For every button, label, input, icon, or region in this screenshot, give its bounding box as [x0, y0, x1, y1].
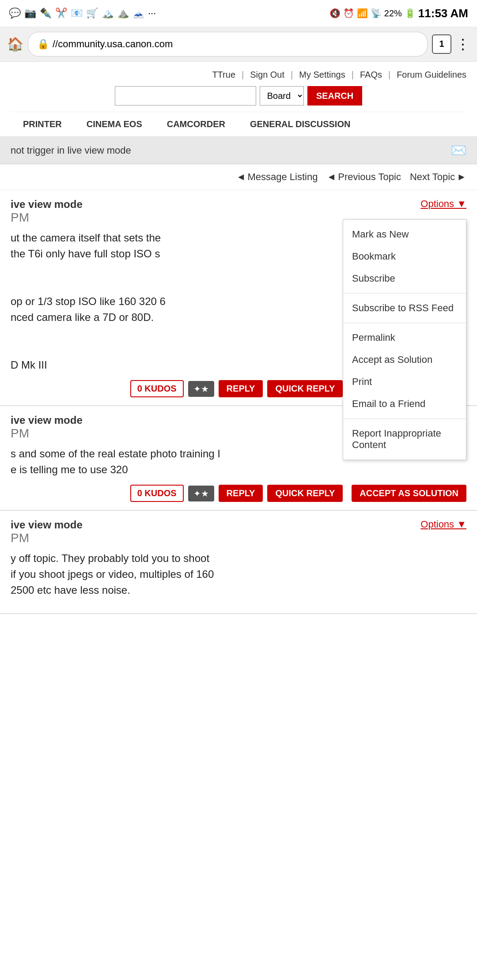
dropdown-section-2: Subscribe to RSS Feed [343, 294, 466, 323]
topic-nav: ◄ Message Listing ◄ Previous Topic Next … [0, 164, 477, 190]
my-settings-link[interactable]: My Settings [299, 70, 345, 80]
notification-bar: not trigger in live view mode ✉️ [0, 137, 477, 164]
post-3-time: PM [11, 531, 83, 545]
instagram-icon: 📷 [24, 8, 36, 19]
cat-nav-cinema-eos[interactable]: CINEMA EOS [74, 112, 155, 136]
post-2-footer: 0 KUDOS ✦★ REPLY QUICK REPLY ACCEPT AS S… [11, 485, 466, 502]
post-3: ive view mode PM Options ▼ y off topic. … [0, 511, 477, 614]
post-1: ive view mode PM Options ▼ Mark as New B… [0, 190, 477, 406]
home-button[interactable]: 🏠 [7, 36, 23, 52]
inv-icon: 📧 [71, 8, 83, 19]
faqs-link[interactable]: FAQs [360, 70, 382, 80]
notification-text: not trigger in live view mode [11, 145, 131, 156]
wifi-icon: 📶 [357, 8, 368, 19]
lock-icon: 🔒 [37, 38, 49, 50]
status-right: 🔇 ⏰ 📶 📡 22% 🔋 11:53 AM [329, 7, 468, 20]
ttrue-link[interactable]: TTrue [212, 70, 235, 80]
status-time: 11:53 AM [418, 7, 468, 20]
dropdown-section-3: Permalink Accept as Solution Print Email… [343, 323, 466, 419]
pen-icon: ✒️ [40, 8, 52, 19]
post-1-header: ive view mode PM Options ▼ Mark as New B… [11, 198, 466, 225]
bookmark-item[interactable]: Bookmark [343, 245, 466, 268]
email-to-friend-item[interactable]: Email to a Friend [343, 393, 466, 415]
battery-level: 22% [384, 8, 402, 19]
signout-link[interactable]: Sign Out [250, 70, 284, 80]
post-2-time: PM [11, 426, 83, 441]
browser-bar: 🏠 🔒 //community.usa.canon.com 1 ⋮ [0, 26, 477, 62]
subscribe-item[interactable]: Subscribe [343, 268, 466, 290]
post-2-accept-solution-button[interactable]: ACCEPT AS SOLUTION [352, 485, 466, 502]
post-2-quick-reply-button[interactable]: QUICK REPLY [267, 485, 343, 502]
top-nav: TTrue | Sign Out | My Settings | FAQs | … [11, 70, 466, 80]
status-bar: 💬 📷 ✒️ ✂️ 📧 🛒 🏔️ ⛰️ 🗻 ··· 🔇 ⏰ 📶 📡 22% 🔋 … [0, 0, 477, 26]
dropdown-section-1: Mark as New Bookmark Subscribe [343, 220, 466, 294]
search-scope-select[interactable]: Board [260, 86, 304, 106]
url-bar[interactable]: 🔒 //community.usa.canon.com [28, 32, 428, 57]
signal-bars: 📡 [371, 8, 382, 19]
cat-nav-printer[interactable]: PRINTER [11, 112, 74, 136]
cut-icon: ✂️ [55, 8, 67, 19]
post-1-kudo-button[interactable]: ✦★ [188, 381, 214, 397]
browser-menu-button[interactable]: ⋮ [456, 36, 470, 53]
post-1-kudos: 0 KUDOS [130, 380, 184, 397]
options-dropdown-menu: Mark as New Bookmark Subscribe Subscribe… [343, 219, 466, 460]
search-row: Board SEARCH [11, 86, 466, 106]
mark-as-new-item[interactable]: Mark as New [343, 223, 466, 245]
message-icon: 💬 [9, 8, 21, 19]
post-2-kudo-button[interactable]: ✦★ [188, 486, 214, 501]
post-3-header: ive view mode PM Options ▼ [11, 519, 466, 545]
post-3-options-button[interactable]: Options ▼ [420, 519, 466, 530]
search-input[interactable] [115, 86, 256, 106]
post-1-title: ive view mode [11, 198, 83, 211]
battery-icon: 🔋 [405, 8, 416, 19]
dropdown-section-4: Report Inappropriate Content [343, 419, 466, 460]
amazon-icon: 🛒 [86, 8, 98, 19]
post-3-title: ive view mode [11, 519, 83, 531]
cat-nav-camcorder[interactable]: CAMCORDER [155, 112, 238, 136]
post-1-options-button[interactable]: Options ▼ [420, 198, 466, 209]
chevron-left-icon: ◄ [236, 171, 246, 183]
post-3-body: y off topic. They probably told you to s… [11, 550, 466, 598]
forum-guidelines-link[interactable]: Forum Guidelines [397, 70, 466, 80]
app1-icon: 🏔️ [102, 8, 114, 19]
app3-icon: 🗻 [132, 8, 144, 19]
permalink-item[interactable]: Permalink [343, 327, 466, 349]
post-1-time: PM [11, 211, 83, 225]
app2-icon: ⛰️ [117, 8, 129, 19]
email-notification-icon: ✉️ [451, 143, 466, 158]
message-listing-link[interactable]: ◄ Message Listing [236, 171, 318, 183]
tab-count[interactable]: 1 [432, 34, 451, 54]
subscribe-rss-item[interactable]: Subscribe to RSS Feed [343, 297, 466, 319]
accept-as-solution-dropdown-item[interactable]: Accept as Solution [343, 349, 466, 371]
prev-chevron-icon: ◄ [326, 171, 336, 183]
alarm-icon: ⏰ [343, 8, 354, 19]
category-nav: PRINTER CINEMA EOS CAMCORDER GENERAL DIS… [11, 112, 466, 136]
next-topic-link[interactable]: Next Topic ► [410, 171, 466, 183]
post-1-reply-button[interactable]: REPLY [219, 380, 263, 397]
post-1-quick-reply-button[interactable]: QUICK REPLY [267, 380, 343, 397]
mute-icon: 🔇 [329, 8, 341, 19]
more-icon: ··· [148, 8, 156, 19]
cat-nav-general-discussion[interactable]: GENERAL DISCUSSION [238, 112, 363, 136]
previous-topic-link[interactable]: ◄ Previous Topic [326, 171, 401, 183]
site-header: TTrue | Sign Out | My Settings | FAQs | … [0, 62, 477, 137]
search-button[interactable]: SEARCH [307, 86, 362, 106]
report-inappropriate-item[interactable]: Report Inappropriate Content [343, 422, 466, 456]
post-2-reply-button[interactable]: REPLY [219, 485, 263, 502]
status-icons: 💬 📷 ✒️ ✂️ 📧 🛒 🏔️ ⛰️ 🗻 ··· [9, 8, 156, 19]
post-2-title: ive view mode [11, 414, 83, 426]
post-2-kudos: 0 KUDOS [130, 485, 184, 502]
print-item[interactable]: Print [343, 371, 466, 393]
next-chevron-icon: ► [457, 171, 466, 183]
url-text: //community.usa.canon.com [53, 38, 173, 50]
